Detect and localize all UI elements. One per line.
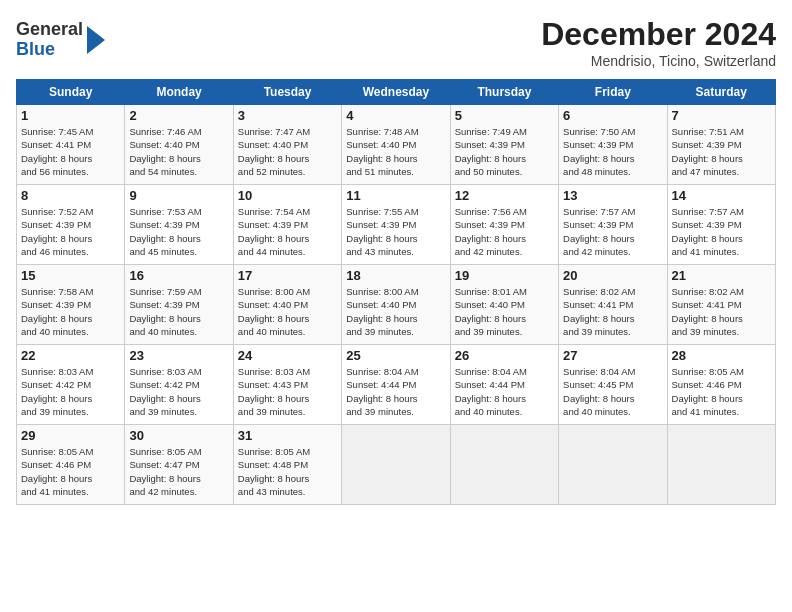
day-info: Sunrise: 7:48 AM Sunset: 4:40 PM Dayligh… — [346, 125, 445, 178]
day-number: 9 — [129, 188, 228, 203]
calendar-cell: 25Sunrise: 8:04 AM Sunset: 4:44 PM Dayli… — [342, 345, 450, 425]
header-monday: Monday — [125, 80, 233, 105]
day-info: Sunrise: 8:01 AM Sunset: 4:40 PM Dayligh… — [455, 285, 554, 338]
day-info: Sunrise: 8:00 AM Sunset: 4:40 PM Dayligh… — [238, 285, 337, 338]
header-tuesday: Tuesday — [233, 80, 341, 105]
day-number: 19 — [455, 268, 554, 283]
calendar-cell: 16Sunrise: 7:59 AM Sunset: 4:39 PM Dayli… — [125, 265, 233, 345]
day-number: 17 — [238, 268, 337, 283]
day-info: Sunrise: 8:03 AM Sunset: 4:42 PM Dayligh… — [21, 365, 120, 418]
calendar-cell: 18Sunrise: 8:00 AM Sunset: 4:40 PM Dayli… — [342, 265, 450, 345]
calendar-cell: 5Sunrise: 7:49 AM Sunset: 4:39 PM Daylig… — [450, 105, 558, 185]
day-number: 8 — [21, 188, 120, 203]
day-info: Sunrise: 7:57 AM Sunset: 4:39 PM Dayligh… — [563, 205, 662, 258]
calendar-cell: 23Sunrise: 8:03 AM Sunset: 4:42 PM Dayli… — [125, 345, 233, 425]
day-number: 15 — [21, 268, 120, 283]
day-number: 10 — [238, 188, 337, 203]
calendar-week-2: 15Sunrise: 7:58 AM Sunset: 4:39 PM Dayli… — [17, 265, 776, 345]
calendar-cell: 15Sunrise: 7:58 AM Sunset: 4:39 PM Dayli… — [17, 265, 125, 345]
calendar-cell: 20Sunrise: 8:02 AM Sunset: 4:41 PM Dayli… — [559, 265, 667, 345]
day-number: 13 — [563, 188, 662, 203]
day-number: 4 — [346, 108, 445, 123]
calendar-cell — [450, 425, 558, 505]
day-info: Sunrise: 7:54 AM Sunset: 4:39 PM Dayligh… — [238, 205, 337, 258]
calendar-header-row: SundayMondayTuesdayWednesdayThursdayFrid… — [17, 80, 776, 105]
calendar-cell: 30Sunrise: 8:05 AM Sunset: 4:47 PM Dayli… — [125, 425, 233, 505]
day-info: Sunrise: 8:05 AM Sunset: 4:48 PM Dayligh… — [238, 445, 337, 498]
day-number: 7 — [672, 108, 771, 123]
calendar-cell: 29Sunrise: 8:05 AM Sunset: 4:46 PM Dayli… — [17, 425, 125, 505]
day-number: 22 — [21, 348, 120, 363]
day-info: Sunrise: 8:04 AM Sunset: 4:45 PM Dayligh… — [563, 365, 662, 418]
day-number: 31 — [238, 428, 337, 443]
day-info: Sunrise: 8:02 AM Sunset: 4:41 PM Dayligh… — [563, 285, 662, 338]
calendar-cell — [667, 425, 775, 505]
day-number: 23 — [129, 348, 228, 363]
calendar-cell: 11Sunrise: 7:55 AM Sunset: 4:39 PM Dayli… — [342, 185, 450, 265]
day-number: 27 — [563, 348, 662, 363]
calendar-cell: 14Sunrise: 7:57 AM Sunset: 4:39 PM Dayli… — [667, 185, 775, 265]
calendar-cell: 21Sunrise: 8:02 AM Sunset: 4:41 PM Dayli… — [667, 265, 775, 345]
day-number: 14 — [672, 188, 771, 203]
day-info: Sunrise: 7:50 AM Sunset: 4:39 PM Dayligh… — [563, 125, 662, 178]
day-info: Sunrise: 8:00 AM Sunset: 4:40 PM Dayligh… — [346, 285, 445, 338]
header-thursday: Thursday — [450, 80, 558, 105]
day-number: 16 — [129, 268, 228, 283]
day-info: Sunrise: 8:04 AM Sunset: 4:44 PM Dayligh… — [346, 365, 445, 418]
calendar-cell — [559, 425, 667, 505]
calendar-cell: 7Sunrise: 7:51 AM Sunset: 4:39 PM Daylig… — [667, 105, 775, 185]
calendar-cell: 22Sunrise: 8:03 AM Sunset: 4:42 PM Dayli… — [17, 345, 125, 425]
title-area: December 2024 Mendrisio, Ticino, Switzer… — [541, 16, 776, 69]
calendar-cell: 12Sunrise: 7:56 AM Sunset: 4:39 PM Dayli… — [450, 185, 558, 265]
calendar-cell: 17Sunrise: 8:00 AM Sunset: 4:40 PM Dayli… — [233, 265, 341, 345]
day-number: 25 — [346, 348, 445, 363]
calendar-cell: 13Sunrise: 7:57 AM Sunset: 4:39 PM Dayli… — [559, 185, 667, 265]
day-number: 12 — [455, 188, 554, 203]
header-wednesday: Wednesday — [342, 80, 450, 105]
calendar-cell: 1Sunrise: 7:45 AM Sunset: 4:41 PM Daylig… — [17, 105, 125, 185]
calendar-cell: 24Sunrise: 8:03 AM Sunset: 4:43 PM Dayli… — [233, 345, 341, 425]
calendar-cell: 6Sunrise: 7:50 AM Sunset: 4:39 PM Daylig… — [559, 105, 667, 185]
day-info: Sunrise: 7:59 AM Sunset: 4:39 PM Dayligh… — [129, 285, 228, 338]
calendar-week-3: 22Sunrise: 8:03 AM Sunset: 4:42 PM Dayli… — [17, 345, 776, 425]
day-info: Sunrise: 7:46 AM Sunset: 4:40 PM Dayligh… — [129, 125, 228, 178]
header-sunday: Sunday — [17, 80, 125, 105]
day-info: Sunrise: 8:05 AM Sunset: 4:47 PM Dayligh… — [129, 445, 228, 498]
header-friday: Friday — [559, 80, 667, 105]
day-info: Sunrise: 7:49 AM Sunset: 4:39 PM Dayligh… — [455, 125, 554, 178]
day-info: Sunrise: 7:52 AM Sunset: 4:39 PM Dayligh… — [21, 205, 120, 258]
day-number: 24 — [238, 348, 337, 363]
day-info: Sunrise: 7:55 AM Sunset: 4:39 PM Dayligh… — [346, 205, 445, 258]
calendar-cell: 19Sunrise: 8:01 AM Sunset: 4:40 PM Dayli… — [450, 265, 558, 345]
day-number: 11 — [346, 188, 445, 203]
day-info: Sunrise: 7:45 AM Sunset: 4:41 PM Dayligh… — [21, 125, 120, 178]
header-saturday: Saturday — [667, 80, 775, 105]
day-info: Sunrise: 7:57 AM Sunset: 4:39 PM Dayligh… — [672, 205, 771, 258]
day-number: 29 — [21, 428, 120, 443]
day-info: Sunrise: 8:02 AM Sunset: 4:41 PM Dayligh… — [672, 285, 771, 338]
day-info: Sunrise: 7:53 AM Sunset: 4:39 PM Dayligh… — [129, 205, 228, 258]
logo-general: General — [16, 19, 83, 39]
calendar-week-4: 29Sunrise: 8:05 AM Sunset: 4:46 PM Dayli… — [17, 425, 776, 505]
calendar-cell: 2Sunrise: 7:46 AM Sunset: 4:40 PM Daylig… — [125, 105, 233, 185]
calendar-week-0: 1Sunrise: 7:45 AM Sunset: 4:41 PM Daylig… — [17, 105, 776, 185]
day-info: Sunrise: 7:51 AM Sunset: 4:39 PM Dayligh… — [672, 125, 771, 178]
calendar-cell: 10Sunrise: 7:54 AM Sunset: 4:39 PM Dayli… — [233, 185, 341, 265]
calendar-cell: 26Sunrise: 8:04 AM Sunset: 4:44 PM Dayli… — [450, 345, 558, 425]
calendar-cell: 27Sunrise: 8:04 AM Sunset: 4:45 PM Dayli… — [559, 345, 667, 425]
logo-blue: Blue — [16, 39, 55, 59]
day-number: 5 — [455, 108, 554, 123]
location-subtitle: Mendrisio, Ticino, Switzerland — [541, 53, 776, 69]
day-number: 28 — [672, 348, 771, 363]
day-info: Sunrise: 8:04 AM Sunset: 4:44 PM Dayligh… — [455, 365, 554, 418]
day-info: Sunrise: 7:56 AM Sunset: 4:39 PM Dayligh… — [455, 205, 554, 258]
day-info: Sunrise: 8:05 AM Sunset: 4:46 PM Dayligh… — [672, 365, 771, 418]
calendar-cell — [342, 425, 450, 505]
day-number: 26 — [455, 348, 554, 363]
day-info: Sunrise: 8:03 AM Sunset: 4:43 PM Dayligh… — [238, 365, 337, 418]
calendar-week-1: 8Sunrise: 7:52 AM Sunset: 4:39 PM Daylig… — [17, 185, 776, 265]
logo: General Blue — [16, 20, 105, 60]
day-number: 21 — [672, 268, 771, 283]
calendar-cell: 3Sunrise: 7:47 AM Sunset: 4:40 PM Daylig… — [233, 105, 341, 185]
calendar-cell: 9Sunrise: 7:53 AM Sunset: 4:39 PM Daylig… — [125, 185, 233, 265]
